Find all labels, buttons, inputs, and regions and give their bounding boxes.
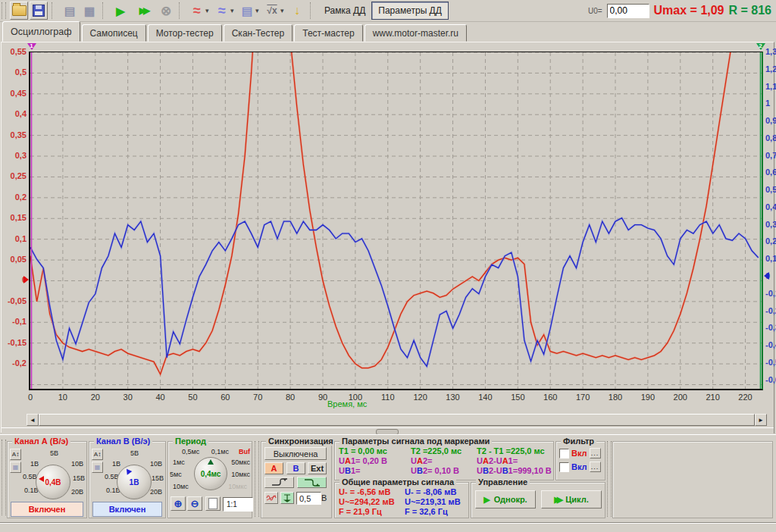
tab-scan-tester[interactable]: Скан-Тестер [224, 24, 293, 42]
filter-a-checkbox[interactable] [559, 449, 569, 458]
chevron-down-icon[interactable]: ▾ [205, 7, 212, 14]
sync-level-input[interactable]: 0,5 [296, 492, 321, 505]
y-tick-right: 1 [765, 99, 776, 108]
tab-website[interactable]: www.motor-master.ru [365, 24, 467, 42]
sync-source-ext-button[interactable]: Ext [308, 462, 327, 474]
stop-icon: ⊗ [161, 5, 171, 17]
channel-a-title: Канал А (В/э) [12, 437, 70, 446]
x-tick: 130 [440, 393, 466, 402]
filter-a-options-button[interactable]: ... [590, 448, 601, 458]
y-tick-left: 0,2 [2, 192, 27, 202]
channel-b-zero-pointer[interactable] [764, 272, 769, 280]
zoom-in-button[interactable]: ⊕ [171, 496, 186, 511]
channel-b-enabled-button[interactable]: Включен [92, 502, 162, 517]
rising-edge-icon [271, 478, 288, 487]
y-tick-right: 0,3 [765, 220, 776, 229]
knob-scale-label-disabled: 10мкс [228, 483, 247, 490]
x-tick: 20 [83, 393, 108, 402]
filter-b-checkbox[interactable] [559, 462, 569, 472]
channel-a-zero-pointer[interactable] [23, 276, 29, 283]
rising-edge-button[interactable] [264, 477, 294, 488]
filter-title: Фильтр [561, 437, 596, 446]
signal-b-button[interactable]: ≈ [213, 2, 231, 20]
channel-a-value: 0,4В [45, 478, 61, 487]
period-knob[interactable]: 0,4мс [194, 457, 227, 490]
marker-params-group: Параметры сигнала под маркерами T1 = 0,0… [334, 441, 554, 480]
export-button[interactable]: ▤ [61, 2, 79, 20]
dt-readout: T2 - T1 =225,0 мс [477, 446, 552, 456]
sync-source-a-button[interactable]: А [264, 462, 283, 474]
freq-a-readout: F = 21,9 Гц [339, 507, 395, 517]
falling-edge-button[interactable] [297, 477, 327, 488]
y-tick-right: -0,5 [765, 358, 776, 367]
params-dd-button[interactable]: Параметры ДД [371, 2, 449, 20]
channel-a-enabled-button[interactable]: Включен [11, 502, 83, 517]
download-button[interactable]: ↓ [288, 2, 306, 20]
y-tick-right: -0,1 [765, 289, 776, 298]
control-title: Управление [476, 477, 530, 487]
period-group: Период 0,5мс 0,1мс Buf 1мс 50мкс 5мс 10м… [167, 441, 252, 518]
panel-grip[interactable] [255, 441, 259, 517]
channel-b-knob[interactable]: 1В [117, 465, 152, 499]
tab-recorder[interactable]: Самописец [82, 24, 146, 42]
channel-a-autoscale-button[interactable]: A↕ [10, 449, 21, 460]
channel-a-grid-button[interactable]: ▦ [10, 462, 21, 473]
knob-pointer [124, 467, 133, 474]
panel-grip[interactable] [607, 441, 612, 517]
frame-dd-button[interactable]: Рамка ДД [318, 2, 371, 19]
download-icon: ↓ [294, 5, 300, 17]
x-tick: 10 [50, 393, 76, 402]
page-view-button[interactable] [205, 496, 221, 511]
cycle-run-button[interactable]: ▶▶Цикл. [541, 490, 602, 509]
ub2-readout: UВ2= 0,10 В [411, 466, 462, 476]
y-tick-left: 0,55 [2, 47, 27, 56]
save-button[interactable] [30, 2, 48, 20]
channel-b-autoscale-button[interactable]: A↕ [92, 449, 103, 460]
scrollbar-thumb[interactable] [39, 414, 755, 426]
formula-button[interactable]: √x [263, 2, 281, 20]
sync-level-button[interactable] [280, 492, 294, 504]
control-group: Управление ▶Однокр. ▶▶Цикл. [471, 482, 605, 518]
splitter[interactable] [2, 427, 774, 434]
marker-params-title: Параметры сигнала под маркерами [340, 437, 492, 446]
chevron-down-icon[interactable]: ▾ [230, 7, 237, 14]
sync-noise-button[interactable] [264, 492, 278, 504]
chevron-down-icon[interactable]: ▾ [280, 7, 287, 14]
single-run-button[interactable]: ▶Однокр. [475, 490, 536, 509]
plot-area[interactable] [29, 52, 763, 390]
sync-level-value: 0,5 [299, 494, 311, 503]
print-button[interactable]: ▦ [80, 2, 99, 20]
export-icon: ▤ [64, 5, 75, 17]
scroll-left-button[interactable]: ◄ [27, 414, 39, 426]
signal-a-button[interactable]: ≈ [188, 2, 206, 20]
y-tick-left: 0,05 [2, 255, 27, 264]
stop-button[interactable]: ⊗ [157, 2, 175, 20]
open-icon [12, 5, 27, 16]
open-button[interactable] [10, 2, 28, 20]
knob-scale-label: 10В [150, 460, 162, 468]
x-tick: 120 [408, 393, 433, 402]
panel-grip[interactable] [2, 440, 6, 515]
run-cycle-button[interactable]: ▶▶ [131, 2, 155, 20]
zoom-out-button[interactable]: ⊖ [187, 496, 202, 511]
sync-source-b-button[interactable]: B [286, 462, 305, 474]
tab-test-master[interactable]: Тест-мастер [294, 24, 362, 42]
tab-oscillograph[interactable]: Осциллограф [2, 21, 80, 42]
channel-a-knob[interactable]: 0,4В [36, 465, 70, 499]
scale-ratio-select[interactable]: 1:1 [223, 497, 253, 512]
scroll-right-button[interactable]: ► [755, 414, 767, 426]
toolbar-grip[interactable] [2, 2, 6, 19]
sync-state-button[interactable]: Выключена [264, 447, 327, 460]
filter-b-options-button[interactable]: ... [590, 462, 601, 472]
x-tick: 150 [505, 393, 530, 402]
channel-b-grid-button[interactable]: ▦ [92, 462, 103, 473]
tab-motor-tester[interactable]: Мотор-тестер [148, 24, 222, 42]
run-button[interactable]: ▶ [111, 2, 130, 20]
r-readout: R = 816 [729, 4, 771, 17]
sync-level-unit: В [321, 493, 327, 502]
y-tick-left: 0,45 [2, 89, 27, 98]
chevron-down-icon[interactable]: ▾ [255, 7, 262, 14]
u0-input[interactable] [607, 4, 649, 18]
time-marker-label: 1 [27, 42, 36, 49]
copy-button[interactable]: ▤ [238, 2, 256, 20]
